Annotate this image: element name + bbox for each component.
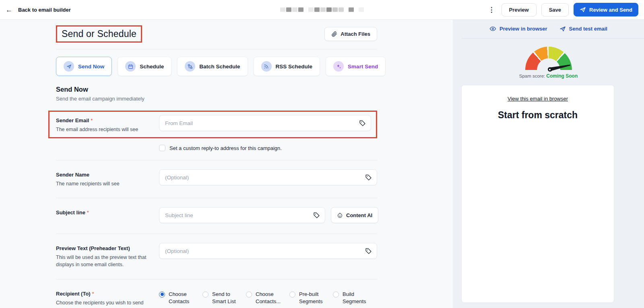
spam-score-line: Spam score:Coming Soon (453, 73, 644, 79)
required-asterisk: * (87, 210, 89, 216)
kebab-menu-icon[interactable]: ⋮ (487, 6, 497, 14)
merge-tag-icon[interactable] (364, 173, 372, 181)
tab-label: RSS Schedule (276, 64, 313, 70)
radio-label: Send to Smart List (212, 291, 241, 306)
required-asterisk: * (91, 118, 93, 123)
subject-line-label: Subject line (56, 209, 85, 216)
recipient-description: Choose the recipients you wish to send t… (56, 299, 147, 308)
section-title: Send Now (56, 86, 377, 93)
progress-step (326, 8, 332, 12)
send-test-email-link[interactable]: Send test email (559, 25, 607, 32)
annotation-box-title: Send or Schedule (56, 25, 142, 43)
eye-icon (489, 25, 496, 32)
radio-label: Pre-built Segments (299, 291, 328, 306)
view-email-in-browser-link[interactable]: View this email in browser (462, 85, 614, 102)
radio-icon (159, 292, 165, 298)
progress-step (308, 8, 314, 12)
tab-label: Smart Send (348, 64, 378, 70)
radio-label: Choose Contacts (169, 291, 198, 306)
calendar-icon (125, 61, 136, 72)
send-test-email-label: Send test email (569, 26, 607, 32)
back-to-builder-label[interactable]: Back to email builder (18, 7, 71, 13)
preview-in-browser-label: Preview in browser (500, 26, 547, 32)
progress-step (286, 8, 291, 12)
paper-plane-icon (64, 61, 74, 72)
radio-choose-contacts-alt[interactable]: Choose Contacts... (246, 291, 289, 306)
preview-text-input[interactable] (159, 243, 377, 259)
reply-to-checkbox-label: Set a custom reply-to address for this c… (169, 145, 282, 151)
merge-tag-icon[interactable] (364, 247, 372, 255)
topbar: ← Back to email builder ⋮ Preview Save R… (0, 0, 644, 20)
sparkles-icon (333, 61, 344, 72)
radio-label: Choose Contacts... (256, 291, 285, 306)
progress-track (280, 8, 364, 12)
radio-icon (289, 292, 295, 298)
merge-tag-icon[interactable] (358, 119, 366, 127)
back-arrow-icon[interactable]: ← (6, 6, 12, 13)
radio-choose-contacts[interactable]: Choose Contacts (159, 291, 202, 306)
send-mode-tabs: Send Now Schedule Batch Schedule (56, 57, 377, 76)
spam-score-value: Coming Soon (546, 73, 578, 79)
robot-icon (337, 212, 343, 218)
progress-step (332, 8, 338, 12)
radio-icon (246, 292, 252, 298)
spam-score-gauge (524, 47, 573, 72)
sender-email-description: The email address recipients will see (56, 126, 159, 133)
radio-build-segments[interactable]: Build Segments (333, 291, 376, 306)
send-plane-icon (580, 6, 586, 13)
radio-send-to-smart-list[interactable]: Send to Smart List (202, 291, 246, 306)
merge-tag-icon[interactable] (312, 211, 320, 219)
required-asterisk: * (92, 291, 94, 297)
reply-to-checkbox[interactable] (159, 145, 165, 151)
attach-files-label: Attach Files (341, 31, 370, 37)
tab-smart-send[interactable]: Smart Send (326, 57, 386, 76)
review-and-send-label: Review and Send (589, 7, 632, 13)
divider (462, 38, 644, 39)
rss-icon (261, 61, 272, 72)
content-ai-label: Content AI (346, 212, 372, 218)
batch-schedule-icon (185, 61, 195, 72)
progress-step (320, 8, 326, 12)
progress-step (314, 8, 320, 12)
attach-files-button[interactable]: Attach Files (324, 27, 377, 41)
section-description: Send the email campaign immediately (56, 96, 377, 102)
tab-send-now[interactable]: Send Now (56, 57, 112, 76)
subject-line-input[interactable] (159, 207, 325, 223)
radio-icon (333, 292, 339, 298)
sender-name-label: Sender Name (56, 172, 89, 178)
email-preview-card: View this email in browser Start from sc… (462, 85, 614, 302)
preview-text-label: Preview Text (Preheader Text) (56, 245, 130, 251)
radio-pre-built-segments[interactable]: Pre-built Segments (289, 291, 333, 306)
divider (56, 49, 377, 49)
tab-schedule[interactable]: Schedule (118, 57, 171, 76)
page-title: Send or Schedule (62, 29, 136, 39)
tab-label: Batch Schedule (199, 64, 240, 70)
content-ai-button[interactable]: Content AI (331, 207, 378, 223)
progress-step (298, 8, 303, 12)
email-preview-heading: Start from scratch (462, 110, 614, 121)
radio-icon (202, 292, 208, 298)
progress-step (349, 8, 354, 12)
send-schedule-panel: Send or Schedule Attach Files Send Now (0, 20, 453, 308)
email-preview-panel: Preview in browser Send test email Spam … (453, 20, 644, 308)
tab-rss-schedule[interactable]: RSS Schedule (254, 57, 320, 76)
sender-email-input[interactable] (159, 115, 371, 131)
progress-step (292, 8, 297, 12)
review-and-send-button[interactable]: Review and Send (574, 3, 638, 16)
sender-name-input[interactable] (159, 169, 377, 185)
tab-label: Schedule (140, 64, 164, 70)
paper-plane-icon (559, 26, 566, 32)
tab-batch-schedule[interactable]: Batch Schedule (177, 57, 248, 76)
radio-label: Build Segments (343, 291, 372, 306)
preview-in-browser-link[interactable]: Preview in browser (489, 25, 547, 32)
tab-label: Send Now (78, 64, 104, 70)
preview-text-description: This will be used as the preview text th… (56, 254, 147, 268)
recipient-label: Recipient (To) (56, 291, 91, 297)
save-button[interactable]: Save (541, 3, 569, 16)
sender-name-description: The name recipients will see (56, 180, 159, 187)
progress-step (359, 8, 364, 12)
preview-button[interactable]: Preview (502, 3, 537, 16)
paperclip-icon (331, 31, 337, 37)
progress-step (280, 8, 285, 12)
sender-email-label: Sender Email (56, 117, 89, 123)
